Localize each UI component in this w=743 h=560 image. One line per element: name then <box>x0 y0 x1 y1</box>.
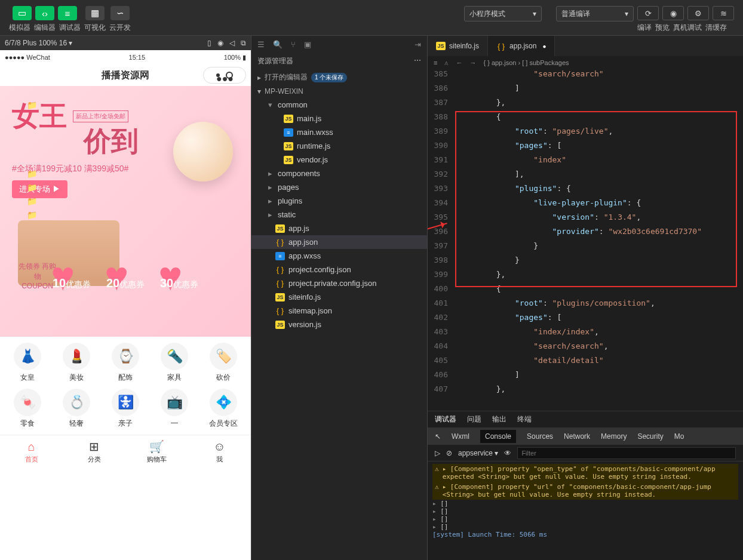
tabbar-item[interactable]: ⌂ 首页 <box>0 435 63 468</box>
file-item[interactable]: { }project.config.json <box>251 263 427 276</box>
file-item[interactable]: { }sitemap.json <box>251 304 427 318</box>
promo-banner[interactable]: 女王 新品上市/全场免邮 价到 #全场满199元减10 满399减50# 进入专… <box>0 86 251 337</box>
capsule-menu[interactable]: ●●● <box>203 67 246 84</box>
editor-button[interactable]: ‹› <box>35 6 54 20</box>
search-icon[interactable]: 🔍 <box>273 40 283 49</box>
collapse-icon[interactable]: ⧉ <box>241 39 246 47</box>
category-item[interactable]: 🍬 零食 <box>3 389 52 429</box>
simulator-device-bar[interactable]: 6/7/8 Plus 100% 16 ▾ ▯ ◉ ◁ ⧉ <box>0 36 251 50</box>
code-line[interactable]: "index/index", <box>455 327 599 341</box>
volume-icon[interactable]: ◁ <box>229 39 235 47</box>
devtab-network[interactable]: Network <box>564 432 590 441</box>
devtab-security[interactable]: Security <box>637 432 663 441</box>
file-item[interactable]: JSruntime.js <box>251 139 427 153</box>
enter-button[interactable]: 进入专场 ▶ <box>12 180 67 198</box>
devtab-debugger[interactable]: 调试器 <box>435 414 456 424</box>
devtab-issues[interactable]: 问题 <box>467 414 481 424</box>
filter-input[interactable] <box>517 447 736 459</box>
file-item[interactable]: ≡app.wxss <box>251 249 427 263</box>
category-item[interactable]: 🏷️ 砍价 <box>199 343 248 383</box>
category-item[interactable]: 📺 — <box>150 389 199 429</box>
code-line[interactable]: ] <box>455 370 520 384</box>
devtab-console[interactable]: Console <box>480 430 516 443</box>
simulator-button[interactable]: ▭ <box>13 6 32 20</box>
file-item[interactable]: JSvendor.js <box>251 153 427 167</box>
devtab-sources[interactable]: Sources <box>527 432 553 441</box>
code-line[interactable]: "pages": [ <box>455 313 561 327</box>
coupon-heart[interactable]: 20优惠券 <box>105 265 146 301</box>
code-line[interactable]: "root": "plugins/composition", <box>455 299 655 313</box>
category-item[interactable]: 💍 轻奢 <box>52 389 101 429</box>
code-line[interactable]: }, <box>455 98 505 112</box>
folder-common[interactable]: ▾📁common <box>251 98 427 112</box>
devtab-terminal[interactable]: 终端 <box>517 414 532 424</box>
category-item[interactable]: 👗 女皇 <box>3 343 52 383</box>
back-icon[interactable]: ← <box>456 59 462 66</box>
devtab-more[interactable]: Mo <box>674 432 684 441</box>
category-item[interactable]: 💠 会员专区 <box>199 389 248 429</box>
inspect-icon[interactable]: ↖ <box>435 432 441 441</box>
open-editors-section[interactable]: ▸ 打开的编辑器 1 个未保存 <box>251 70 427 85</box>
collapse-right-icon[interactable]: ⇥ <box>415 40 421 49</box>
menu-icon[interactable]: ●●● <box>216 73 220 77</box>
category-item[interactable]: 🔦 家具 <box>150 343 199 383</box>
clear-cache-button[interactable]: ≋ <box>713 6 734 20</box>
category-item[interactable]: ⌚ 配饰 <box>101 343 150 383</box>
tab-appjson[interactable]: { }app.json <box>488 36 555 56</box>
bookmark-icon[interactable]: ⟑ <box>444 59 449 66</box>
folder-components[interactable]: ▸📁components <box>251 167 427 180</box>
coupon-heart[interactable]: 30优惠券 <box>158 265 200 301</box>
code-line[interactable]: ] <box>455 84 520 98</box>
tab-siteinfo[interactable]: JSsiteinfo.js <box>428 36 488 56</box>
context-dropdown[interactable]: appservice ▾ <box>458 449 498 457</box>
visual-button[interactable]: ▦ <box>85 6 105 20</box>
coupon-heart[interactable]: 10优惠券 <box>51 265 93 301</box>
mode-dropdown[interactable]: 小程序模式▾ <box>464 6 542 21</box>
play-icon[interactable]: ▷ <box>435 449 440 457</box>
code-line[interactable]: }, <box>455 384 505 399</box>
category-item[interactable]: 💄 美妆 <box>52 343 101 383</box>
branch-icon[interactable]: ⑂ <box>291 40 296 49</box>
category-item[interactable]: 🚼 亲子 <box>101 389 150 429</box>
close-ring-icon[interactable] <box>226 72 233 79</box>
folder-pages[interactable]: ▸📁pages <box>251 180 427 194</box>
frame-icon[interactable]: ▣ <box>304 40 311 49</box>
project-root[interactable]: ▾ MP-WEIXIN <box>251 85 427 98</box>
more-icon[interactable]: ⋯ <box>414 56 421 66</box>
file-item[interactable]: { }project.private.config.json <box>251 276 427 290</box>
cloud-button[interactable]: ∽ <box>110 6 130 20</box>
three-dots-icon[interactable]: ≡ <box>434 59 437 66</box>
folder-plugins[interactable]: ▸📁plugins <box>251 194 427 208</box>
simulator-viewport[interactable]: ●●●●● WeChat 15:15 100% ▮ 播播资源网 ●●● 女王 新… <box>0 50 251 560</box>
devtab-output[interactable]: 输出 <box>492 414 506 424</box>
record-icon[interactable]: ◉ <box>217 39 223 47</box>
file-item[interactable]: JSapp.js <box>251 221 427 235</box>
code-line[interactable]: "search/search" <box>455 69 604 84</box>
compile-button[interactable]: ⟳ <box>637 6 659 20</box>
folder-static[interactable]: ▸📁static <box>251 208 427 221</box>
file-item[interactable]: JSmain.js <box>251 112 427 125</box>
file-item[interactable]: ≡main.wxss <box>251 125 427 139</box>
eye-icon[interactable]: 👁 <box>504 449 511 457</box>
debugger-button[interactable]: ≡ <box>58 6 77 20</box>
file-item[interactable]: JSsiteinfo.js <box>251 290 427 304</box>
device-debug-button[interactable]: ⚙ <box>687 6 709 20</box>
device-icon[interactable]: ▯ <box>207 39 211 47</box>
code-line[interactable]: "detail/detail" <box>455 356 604 370</box>
compile-dropdown[interactable]: 普通编译▾ <box>556 6 634 21</box>
tabbar-item[interactable]: ☺ 我 <box>188 435 251 468</box>
list-icon[interactable]: ☰ <box>257 40 265 49</box>
breadcrumb[interactable]: ≡ ⟑ ← → { } app.json › [ ] subPackages <box>428 56 743 69</box>
file-item[interactable]: { }app.json <box>251 235 427 249</box>
console-output[interactable]: ⚠ ▸ [Component] property "open_type" of … <box>428 461 743 560</box>
code-editor[interactable]: 385 "search/search" 386 ] 387 }, 388 { 3… <box>428 69 743 411</box>
stop-icon[interactable]: ⊘ <box>446 449 452 457</box>
file-item[interactable]: JSversion.js <box>251 318 427 331</box>
code-line[interactable]: "search/search", <box>455 341 608 356</box>
preview-button[interactable]: ◉ <box>662 6 684 20</box>
devtab-memory[interactable]: Memory <box>601 432 627 441</box>
fwd-icon[interactable]: → <box>469 59 476 66</box>
tabbar-item[interactable]: 🛒 购物车 <box>125 435 188 468</box>
tabbar-item[interactable]: ⊞ 分类 <box>63 435 125 468</box>
devtab-wxml[interactable]: Wxml <box>452 432 469 441</box>
